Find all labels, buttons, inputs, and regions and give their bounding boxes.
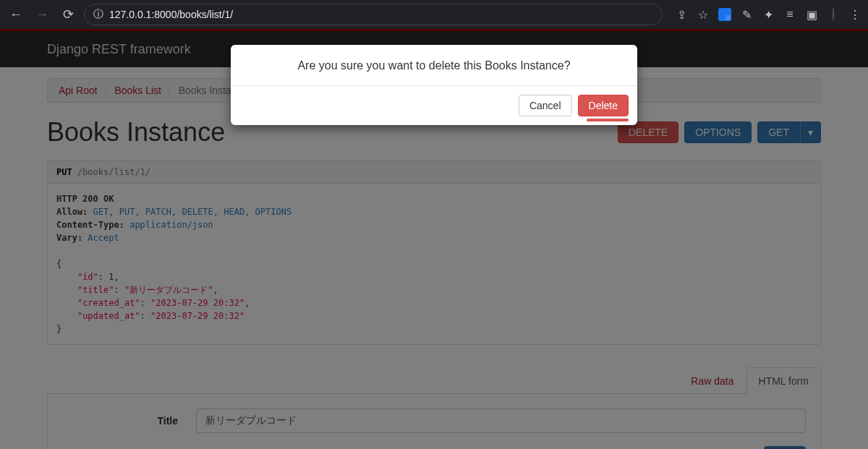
- modal-cancel-button[interactable]: Cancel: [519, 95, 572, 116]
- translate-ext-icon[interactable]: [718, 8, 732, 22]
- back-button[interactable]: ←: [6, 7, 26, 22]
- url-bar[interactable]: ⓘ 127.0.0.1:8000/books/list/1/: [84, 4, 663, 25]
- confirm-delete-modal: Are you sure you want to delete this Boo…: [231, 45, 637, 125]
- modal-delete-button[interactable]: Delete: [578, 95, 629, 116]
- profile-avatar[interactable]: [826, 8, 841, 21]
- side-panel-icon[interactable]: ▣: [804, 8, 819, 22]
- site-info-icon[interactable]: ⓘ: [93, 8, 103, 21]
- extensions-icon[interactable]: ✦: [761, 8, 775, 22]
- forward-button[interactable]: →: [32, 7, 52, 22]
- annotation-underline: [587, 119, 629, 121]
- kebab-menu-icon[interactable]: ⋮: [848, 8, 862, 22]
- share-icon[interactable]: ⇪: [674, 8, 689, 22]
- reload-button[interactable]: ⟳: [58, 7, 78, 22]
- browser-toolbar: ← → ⟳ ⓘ 127.0.0.1:8000/books/list/1/ ⇪ ☆…: [0, 0, 868, 29]
- modal-footer: Cancel Delete: [231, 85, 637, 125]
- svg-rect-1: [726, 15, 731, 20]
- url-text: 127.0.0.1:8000/books/list/1/: [109, 9, 233, 20]
- pen-ext-icon[interactable]: ✎: [739, 8, 754, 22]
- toolbar-right: ⇪ ☆ ✎ ✦ ≡ ▣ ⋮: [668, 8, 862, 22]
- bookmark-star-icon[interactable]: ☆: [696, 8, 710, 22]
- modal-message: Are you sure you want to delete this Boo…: [231, 45, 637, 85]
- reading-list-icon[interactable]: ≡: [783, 8, 797, 21]
